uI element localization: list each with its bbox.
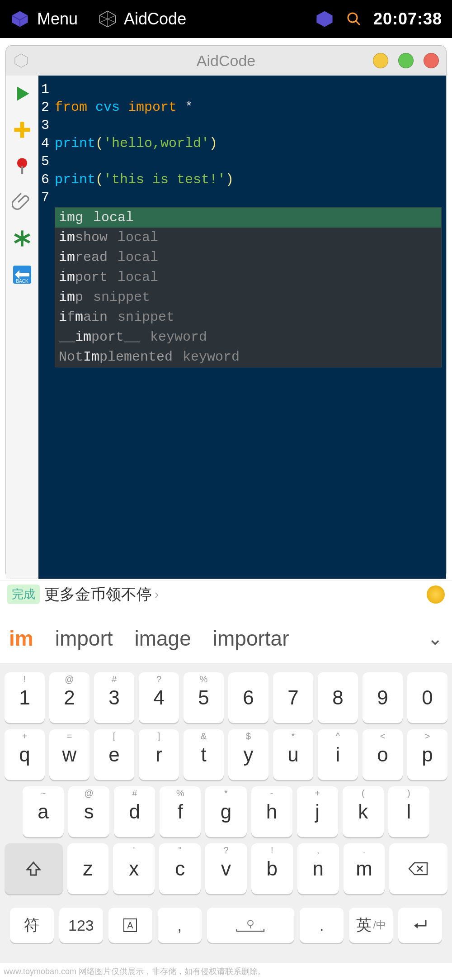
key-v[interactable]: ?v <box>205 843 247 894</box>
key-5[interactable]: %5 <box>184 672 224 723</box>
watermark-footer: www.toymoban.com 网络图片仅供展示，非存储，如有侵权请联系删除。 <box>0 963 452 980</box>
svg-text:A: A <box>127 920 134 930</box>
key-k[interactable]: (k <box>343 786 384 837</box>
key-f[interactable]: %f <box>160 786 201 837</box>
run-icon[interactable] <box>12 84 32 104</box>
autocomplete-item[interactable]: imglocal <box>55 208 441 228</box>
svg-rect-14 <box>21 166 23 174</box>
key-b[interactable]: !b <box>251 843 293 894</box>
key-h[interactable]: -h <box>251 786 292 837</box>
key-0[interactable]: 0 <box>407 672 447 723</box>
key-q[interactable]: +q <box>5 729 45 780</box>
close-button[interactable] <box>424 53 439 68</box>
autocomplete-item[interactable]: importlocal <box>55 267 441 287</box>
key-l[interactable]: )l <box>388 786 429 837</box>
paperclip-icon[interactable] <box>12 192 32 212</box>
ad-text: 更多金币领不停 <box>44 584 152 605</box>
suggestion-item[interactable]: importar <box>213 626 289 651</box>
svg-rect-20 <box>19 273 29 276</box>
cube-icon-right <box>315 9 334 29</box>
key-y[interactable]: $y <box>228 729 268 780</box>
chevron-right-icon: › <box>155 587 159 602</box>
key-s[interactable]: @s <box>68 786 109 837</box>
key-o[interactable]: <o <box>363 729 403 780</box>
back-icon[interactable]: BACK <box>12 265 32 285</box>
autocomplete-item[interactable]: __import__keyword <box>55 327 441 347</box>
menu-label[interactable]: Menu <box>37 10 78 29</box>
key-d[interactable]: #d <box>114 786 155 837</box>
svg-point-27 <box>248 920 253 926</box>
key-6[interactable]: 6 <box>228 672 268 723</box>
maximize-button[interactable] <box>398 53 414 68</box>
language-key[interactable]: 英/中 <box>349 908 393 943</box>
search-icon[interactable] <box>346 11 362 27</box>
numeric-key[interactable]: 123 <box>59 908 103 943</box>
suggestion-item[interactable]: image <box>135 626 191 651</box>
key-p[interactable]: >p <box>407 729 447 780</box>
autocomplete-item[interactable]: imshowlocal <box>55 228 441 247</box>
suggestion-bar: imimportimageimportar⌄ <box>0 614 452 663</box>
comma-key[interactable]: , <box>158 908 202 943</box>
key-u[interactable]: *u <box>273 729 313 780</box>
svg-point-7 <box>348 13 357 22</box>
autocomplete-item[interactable]: ifmainsnippet <box>55 307 441 327</box>
key-4[interactable]: ?4 <box>139 672 179 723</box>
key-g[interactable]: *g <box>205 786 246 837</box>
title-bar: AidCode <box>6 46 446 76</box>
autocomplete-item[interactable]: impsnippet <box>55 287 441 307</box>
suggestion-item[interactable]: im <box>9 626 33 651</box>
autocomplete-item[interactable]: imreadlocal <box>55 247 441 267</box>
symbol-key[interactable]: 符 <box>10 908 54 943</box>
key-row-4: z'x"c?v!b,n.m <box>5 843 447 894</box>
svg-marker-6 <box>316 11 332 27</box>
key-r[interactable]: ]r <box>139 729 179 780</box>
backspace-key[interactable] <box>389 843 447 894</box>
autocomplete-item[interactable]: NotImplementedkeyword <box>55 347 441 367</box>
key-x[interactable]: 'x <box>113 843 155 894</box>
chevron-down-icon[interactable]: ⌄ <box>428 628 443 649</box>
key-3[interactable]: #3 <box>94 672 134 723</box>
coin-icon[interactable] <box>427 585 445 604</box>
svg-text:BACK: BACK <box>16 279 28 284</box>
editor-toolbar: BACK <box>6 76 38 579</box>
space-key[interactable] <box>207 908 295 943</box>
code-editor[interactable]: 1234567 from cvs import * print('hello,w… <box>38 76 446 579</box>
key-t[interactable]: &t <box>184 729 224 780</box>
minimize-button[interactable] <box>373 53 388 68</box>
key-a[interactable]: ~a <box>23 786 64 837</box>
editor-area: BACK 1234567 from cvs import * print('he… <box>6 76 446 579</box>
autocomplete-popup[interactable]: imglocalimshowlocalimreadlocalimportloca… <box>55 207 442 367</box>
input-mode-key[interactable]: A <box>108 908 152 943</box>
key-2[interactable]: @2 <box>49 672 89 723</box>
shift-key[interactable] <box>5 843 63 894</box>
add-icon[interactable] <box>12 120 32 140</box>
suggestion-item[interactable]: import <box>55 626 113 651</box>
hex-wireframe-icon <box>98 9 118 29</box>
key-e[interactable]: [e <box>94 729 134 780</box>
ad-banner[interactable]: 完成 更多金币领不停 › <box>0 580 452 608</box>
key-j[interactable]: +j <box>297 786 338 837</box>
key-9[interactable]: 9 <box>363 672 403 723</box>
key-i[interactable]: ^i <box>318 729 358 780</box>
key-8[interactable]: 8 <box>318 672 358 723</box>
asterisk-icon[interactable] <box>12 228 32 248</box>
period-key[interactable]: . <box>300 908 344 943</box>
key-n[interactable]: ,n <box>297 843 339 894</box>
key-m[interactable]: .m <box>344 843 385 894</box>
key-row-1: !1@2#3?4%567890 <box>5 672 447 723</box>
cube-icon <box>10 9 30 29</box>
svg-marker-10 <box>17 87 29 101</box>
key-z[interactable]: z <box>67 843 109 894</box>
app-window: AidCode BACK 1234567 from cvs import * p… <box>5 45 447 579</box>
key-row-3: ~a@s#d%f*g-h+j(k)l <box>5 786 447 837</box>
key-1[interactable]: !1 <box>5 672 45 723</box>
key-7[interactable]: 7 <box>273 672 313 723</box>
keyboard-bottom-row: 符 123 A , . 英/中 <box>5 900 447 950</box>
key-row-2: +q=w[e]r&t$y*u^i<o>p <box>5 729 447 780</box>
app-name[interactable]: AidCode <box>124 10 186 29</box>
enter-key[interactable] <box>398 908 442 943</box>
key-c[interactable]: "c <box>159 843 201 894</box>
pin-icon[interactable] <box>12 156 32 176</box>
key-w[interactable]: =w <box>49 729 89 780</box>
soft-keyboard: imimportimageimportar⌄ !1@2#3?4%567890 +… <box>0 614 452 963</box>
